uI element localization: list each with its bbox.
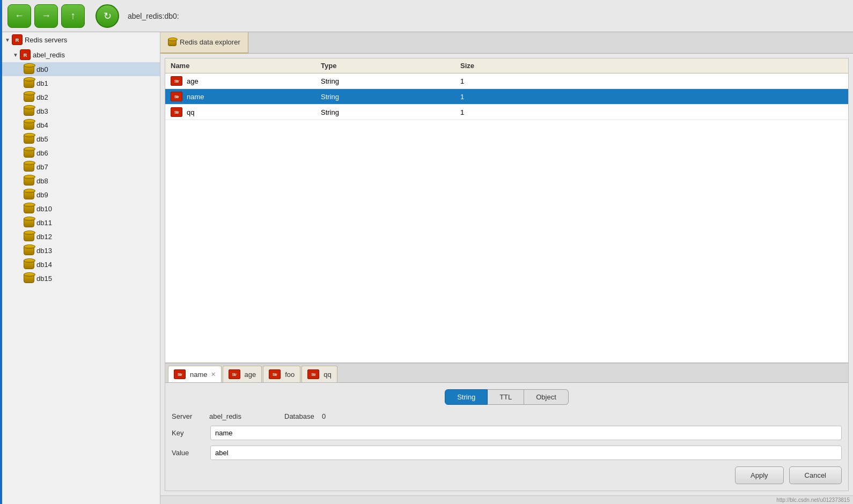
sidebar-item-db14[interactable]: db14	[2, 257, 160, 271]
row-qq-name: Str qq	[165, 107, 315, 117]
sidebar-db7-label: db7	[36, 163, 48, 171]
sidebar-item-db0[interactable]: db0	[2, 62, 160, 76]
db10-icon	[24, 204, 34, 213]
sidebar-item-db8[interactable]: db8	[2, 174, 160, 188]
sub-tab-foo-icon: Str	[269, 369, 281, 379]
expand-server-icon: ▼	[13, 52, 18, 58]
row-qq-type: String	[315, 108, 455, 116]
back-icon: ←	[14, 10, 24, 21]
redis-server-icon: R	[12, 34, 23, 45]
explorer-tab-label: Redis data explorer	[180, 38, 240, 46]
sub-tab-foo[interactable]: Str foo	[263, 366, 300, 382]
sidebar-db4-label: db4	[36, 121, 48, 129]
string-type-icon-qq: Str	[171, 107, 182, 117]
table-header: Name Type Size	[165, 58, 848, 73]
sidebar-item-db13[interactable]: db13	[2, 243, 160, 257]
sidebar-server-label: abel_redis	[33, 51, 65, 59]
sub-tab-qq-label: qq	[323, 370, 331, 379]
sidebar-db6-label: db6	[36, 149, 48, 157]
db4-icon	[24, 120, 34, 130]
type-tab-ttl[interactable]: TTL	[488, 389, 524, 405]
sidebar-item-abel-redis[interactable]: ▼ R abel_redis	[2, 47, 160, 62]
sub-tab-qq[interactable]: Str qq	[302, 366, 337, 382]
table-row[interactable]: Str qq String 1	[165, 105, 848, 120]
tab-bar-top: Redis data explorer	[160, 32, 853, 54]
value-input[interactable]	[210, 446, 842, 460]
key-input[interactable]	[210, 426, 842, 440]
sidebar-item-db5[interactable]: db5	[2, 132, 160, 146]
value-row: Value	[172, 446, 842, 460]
back-button[interactable]: ←	[8, 4, 31, 28]
action-buttons: Apply Cancel	[172, 466, 842, 484]
db7-icon	[24, 162, 34, 172]
table-row[interactable]: Str age String 1	[165, 73, 848, 89]
sidebar-item-redis-servers[interactable]: ▼ R Redis servers	[2, 32, 160, 47]
server-row: Server abel_redis Database 0	[172, 412, 842, 420]
sidebar-db10-label: db10	[36, 205, 52, 213]
table-row[interactable]: Str name String 1	[165, 89, 848, 105]
watermark: http://blc.csdn.net/u012373815	[160, 495, 853, 504]
sidebar-db11-label: db11	[36, 219, 52, 227]
string-type-icon: Str	[171, 76, 182, 86]
sub-tab-age[interactable]: Str age	[223, 366, 262, 382]
server-group: Server abel_redis	[172, 412, 241, 420]
sidebar-db1-label: db1	[36, 79, 48, 87]
sidebar-servers-label: Redis servers	[25, 36, 67, 44]
redis-instance-icon: R	[20, 49, 31, 60]
sidebar-item-db15[interactable]: db15	[2, 271, 160, 285]
db11-icon	[24, 218, 34, 227]
database-value: 0	[322, 412, 326, 420]
sidebar-item-db6[interactable]: db6	[2, 146, 160, 160]
sub-tab-qq-icon: Str	[307, 369, 319, 379]
db15-icon	[24, 273, 34, 283]
explorer-tab-icon	[168, 39, 177, 46]
cancel-button[interactable]: Cancel	[789, 466, 842, 484]
sidebar-item-db12[interactable]: db12	[2, 229, 160, 243]
sidebar-item-db9[interactable]: db9	[2, 188, 160, 202]
sub-tab-close-icon[interactable]: ✕	[211, 371, 216, 378]
sub-tab-foo-label: foo	[285, 370, 295, 379]
sidebar-db5-label: db5	[36, 135, 48, 143]
sidebar-db0-label: db0	[36, 65, 48, 73]
sub-tab-name-icon: Str	[174, 369, 186, 379]
sidebar-item-db10[interactable]: db10	[2, 202, 160, 216]
row-name-size: 1	[455, 93, 562, 101]
db2-icon	[24, 92, 34, 102]
sidebar-db14-label: db14	[36, 261, 52, 269]
sidebar-item-db2[interactable]: db2	[2, 90, 160, 104]
toolbar: ← → ↑ ↻ abel_redis:db0:	[2, 0, 853, 32]
right-panel: Redis data explorer Name Type Size	[160, 32, 853, 504]
sidebar-db13-label: db13	[36, 247, 52, 255]
col-header-size: Size	[455, 62, 562, 70]
sidebar-db3-label: db3	[36, 107, 48, 115]
bottom-section: Str name ✕ Str age Str foo	[165, 363, 849, 491]
up-button[interactable]: ↑	[61, 4, 85, 28]
row-age-name: Str age	[165, 76, 315, 86]
sub-tab-name-label: name	[190, 370, 208, 379]
db13-icon	[24, 246, 34, 255]
db8-icon	[24, 176, 34, 186]
string-type-icon-name: Str	[171, 92, 182, 101]
sub-tab-age-icon: Str	[229, 369, 240, 379]
sidebar-item-db11[interactable]: db11	[2, 216, 160, 229]
sidebar-item-db1[interactable]: db1	[2, 76, 160, 90]
refresh-button[interactable]: ↻	[95, 4, 119, 28]
type-tab-string[interactable]: String	[445, 389, 488, 405]
key-label: Key	[172, 429, 204, 437]
type-tab-object[interactable]: Object	[524, 389, 569, 405]
value-label: Value	[172, 449, 204, 457]
forward-button[interactable]: →	[34, 4, 58, 28]
sidebar-item-db7[interactable]: db7	[2, 160, 160, 174]
sidebar-db9-label: db9	[36, 191, 48, 199]
sidebar-item-db3[interactable]: db3	[2, 104, 160, 118]
tab-redis-data-explorer[interactable]: Redis data explorer	[160, 32, 248, 54]
db3-icon	[24, 106, 34, 116]
up-icon: ↑	[71, 10, 76, 21]
sidebar: ▼ R Redis servers ▼ R abel_redis db0	[2, 32, 160, 504]
apply-button[interactable]: Apply	[735, 466, 784, 484]
sub-tab-name[interactable]: Str name ✕	[168, 366, 222, 383]
detail-panel: String TTL Object Server abel_redis Dat	[165, 383, 848, 491]
db12-icon	[24, 232, 34, 241]
row-age-type: String	[315, 77, 455, 85]
sidebar-item-db4[interactable]: db4	[2, 118, 160, 132]
